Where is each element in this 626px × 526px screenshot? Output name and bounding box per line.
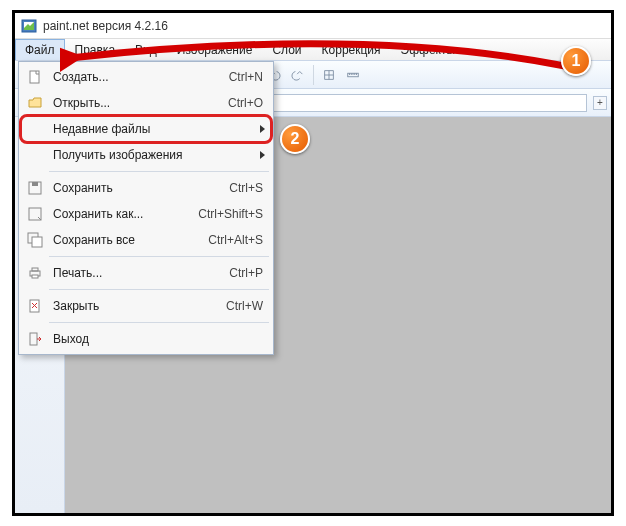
menu-image[interactable]: Изображение xyxy=(167,39,263,60)
menu-item-recent[interactable]: Недавние файлы xyxy=(21,116,271,142)
menu-effects[interactable]: Эффекты xyxy=(391,39,466,60)
menu-separator xyxy=(49,256,269,257)
svg-rect-30 xyxy=(32,268,38,271)
menu-item-exit[interactable]: Выход xyxy=(21,326,271,352)
menu-separator xyxy=(49,171,269,172)
menu-item-acquire[interactable]: Получить изображения xyxy=(21,142,271,168)
annotation-badge-2: 2 xyxy=(280,124,310,154)
saveas-icon xyxy=(25,204,45,224)
menu-file[interactable]: Файл xyxy=(15,39,65,60)
annotation-badge-1: 1 xyxy=(561,46,591,76)
menu-separator xyxy=(49,322,269,323)
svg-rect-25 xyxy=(32,182,38,186)
menu-item-print[interactable]: Печать... Ctrl+P xyxy=(21,260,271,286)
tb-grid-icon[interactable] xyxy=(318,64,340,86)
tb-redo-icon[interactable] xyxy=(287,64,309,86)
menu-edit[interactable]: Правка xyxy=(65,39,126,60)
submenu-arrow-icon xyxy=(260,151,265,159)
print-icon xyxy=(25,263,45,283)
titlebar: paint.net версия 4.2.16 xyxy=(15,13,611,39)
open-folder-icon xyxy=(25,93,45,113)
exit-icon xyxy=(25,329,45,349)
app-icon xyxy=(21,18,37,34)
svg-rect-33 xyxy=(30,333,37,345)
menu-item-close[interactable]: Закрыть Ctrl+W xyxy=(21,293,271,319)
menu-item-open[interactable]: Открыть... Ctrl+O xyxy=(21,90,271,116)
menu-separator xyxy=(49,289,269,290)
menubar: Файл Правка Вид Изображение Слои Коррекц… xyxy=(15,39,611,61)
separator xyxy=(313,65,314,85)
menu-layers[interactable]: Слои xyxy=(262,39,311,60)
menu-item-saveas[interactable]: Сохранить как... Ctrl+Shift+S xyxy=(21,201,271,227)
menu-item-new[interactable]: Создать... Ctrl+N xyxy=(21,64,271,90)
close-icon xyxy=(25,296,45,316)
hardness-plus[interactable]: + xyxy=(593,96,607,110)
svg-rect-23 xyxy=(30,71,39,83)
new-file-icon xyxy=(25,67,45,87)
menu-item-save[interactable]: Сохранить Ctrl+S xyxy=(21,175,271,201)
file-menu-dropdown: Создать... Ctrl+N Открыть... Ctrl+O Неда… xyxy=(18,61,274,355)
menu-view[interactable]: Вид xyxy=(125,39,167,60)
svg-rect-28 xyxy=(32,237,42,247)
menu-adjust[interactable]: Коррекция xyxy=(312,39,391,60)
window-title: paint.net версия 4.2.16 xyxy=(43,19,168,33)
svg-rect-31 xyxy=(32,275,38,278)
menu-item-saveall[interactable]: Сохранить все Ctrl+Alt+S xyxy=(21,227,271,253)
saveall-icon xyxy=(25,230,45,250)
submenu-arrow-icon xyxy=(260,125,265,133)
save-icon xyxy=(25,178,45,198)
tb-ruler-icon[interactable] xyxy=(342,64,364,86)
app-window: paint.net версия 4.2.16 Файл Правка Вид … xyxy=(12,10,614,516)
